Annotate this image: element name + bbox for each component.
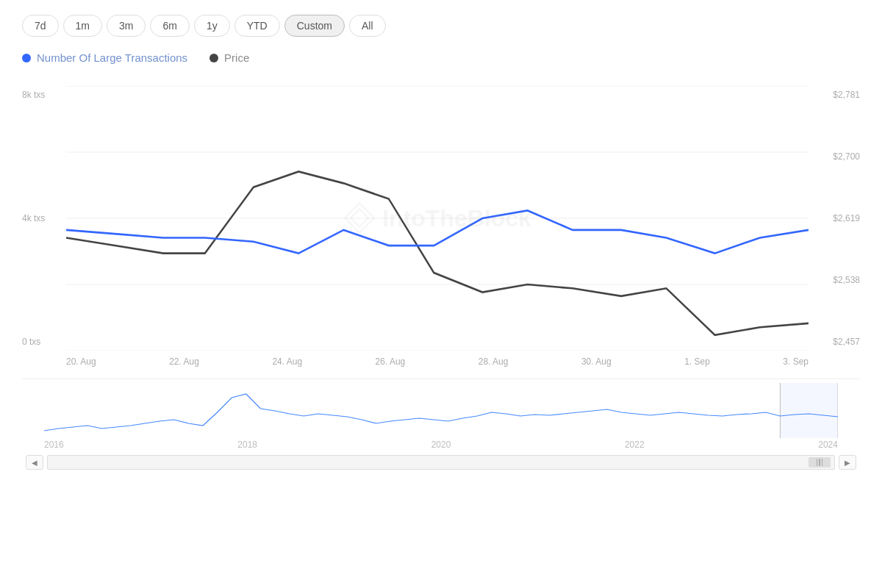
transactions-line — [66, 210, 808, 253]
mini-x-2018: 2018 — [237, 440, 257, 450]
thumb-lines — [817, 459, 823, 466]
y-label-2781: $2,781 — [833, 90, 860, 100]
x-label-aug30: 30. Aug — [581, 356, 612, 367]
btn-1m[interactable]: 1m — [63, 15, 102, 37]
btn-3m[interactable]: 3m — [107, 15, 146, 37]
btn-custom[interactable]: Custom — [284, 15, 345, 37]
x-label-aug20: 20. Aug — [66, 356, 96, 367]
mini-transactions-line — [44, 394, 838, 431]
time-range-buttons: 7d 1m 3m 6m 1y YTD Custom All — [22, 15, 860, 37]
y-axis-right: $2,781 $2,700 $2,619 $2,538 $2,457 — [833, 86, 860, 351]
legend-dot-price — [209, 54, 218, 62]
legend-dot-transactions — [22, 54, 31, 62]
btn-1y[interactable]: 1y — [194, 15, 230, 37]
x-label-sep1: 1. Sep — [684, 356, 710, 367]
scrollbar-container: ◀ ▶ — [22, 455, 860, 470]
x-label-aug24: 24. Aug — [272, 356, 302, 367]
y-label-4k: 4k txs — [22, 213, 45, 223]
mini-chart-section: 2016 2018 2020 2022 2024 ◀ — [22, 379, 860, 452]
thumb-line-1 — [817, 459, 818, 466]
app-container: 7d 1m 3m 6m 1y YTD Custom All Number Of … — [0, 0, 882, 588]
mini-x-2016: 2016 — [44, 440, 64, 450]
scroll-left-button[interactable]: ◀ — [26, 455, 43, 470]
x-axis: 20. Aug 22. Aug 24. Aug 26. Aug 28. Aug … — [22, 351, 853, 373]
mini-x-axis: 2016 2018 2020 2022 2024 — [22, 438, 860, 451]
y-label-2619: $2,619 — [833, 213, 860, 223]
btn-7d[interactable]: 7d — [22, 15, 59, 37]
btn-6m[interactable]: 6m — [150, 15, 189, 37]
y-label-2457: $2,457 — [833, 337, 860, 347]
chart-svg-container: IntoTheBlock — [66, 86, 808, 351]
scrollbar-thumb[interactable] — [808, 457, 831, 467]
legend-price: Price — [209, 51, 249, 64]
scrollbar-track[interactable] — [47, 455, 835, 470]
thumb-line-2 — [819, 459, 820, 466]
x-label-aug28: 28. Aug — [478, 356, 509, 367]
legend-label-price: Price — [224, 51, 249, 64]
y-label-0: 0 txs — [22, 337, 45, 347]
btn-all[interactable]: All — [349, 15, 386, 37]
x-label-sep3: 3. Sep — [783, 356, 808, 367]
x-label-aug26: 26. Aug — [376, 356, 406, 367]
chart-wrapper: 8k txs 4k txs 0 txs $2,781 $2,700 $2,619… — [22, 86, 860, 452]
chart-svg — [66, 86, 808, 351]
mini-x-2024: 2024 — [818, 440, 838, 450]
mini-x-2022: 2022 — [625, 440, 645, 450]
legend-transactions: Number Of Large Transactions — [22, 51, 187, 64]
btn-ytd[interactable]: YTD — [234, 15, 280, 37]
y-label-2700: $2,700 — [833, 151, 860, 162]
price-line — [66, 171, 808, 334]
legend-label-transactions: Number Of Large Transactions — [37, 51, 187, 64]
chart-legend: Number Of Large Transactions Price — [22, 51, 860, 64]
scroll-right-button[interactable]: ▶ — [839, 455, 856, 470]
y-axis-left: 8k txs 4k txs 0 txs — [22, 86, 45, 351]
svg-rect-7 — [780, 383, 838, 438]
y-label-8k: 8k txs — [22, 90, 45, 100]
mini-chart-svg — [44, 383, 838, 438]
mini-chart-container — [44, 383, 838, 438]
x-label-aug22: 22. Aug — [169, 356, 199, 367]
y-label-2538: $2,538 — [833, 275, 860, 285]
mini-x-2020: 2020 — [431, 440, 451, 450]
thumb-line-3 — [822, 459, 823, 466]
main-chart: 8k txs 4k txs 0 txs $2,781 $2,700 $2,619… — [22, 86, 860, 351]
